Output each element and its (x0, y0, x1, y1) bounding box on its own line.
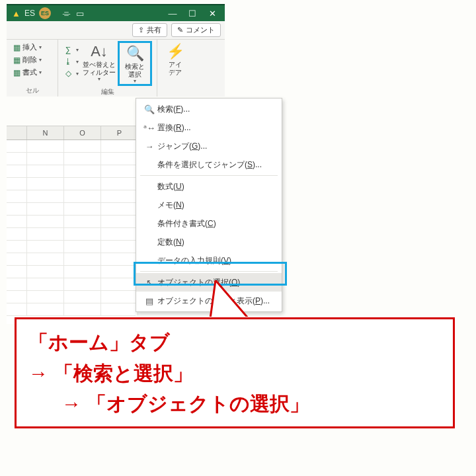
menu-goto-special[interactable]: 条件を選択してジャンプ(S)... (136, 155, 282, 174)
chevron-down-icon: ▾ (98, 76, 100, 82)
callout-line3: → 「オブジェクトの選択」 (28, 389, 441, 420)
chevron-down-icon: ▾ (76, 47, 79, 53)
format-label: 書式 (22, 67, 37, 77)
replace-icon: ᵃ↔ (141, 123, 157, 133)
find-select-menu: 🔍 検索(F)... ᵃ↔ 置換(R)... → ジャンプ(G)... 条件を選… (136, 98, 282, 312)
menu-goto-special-label: 条件を選択してジャンプ(S)... (157, 159, 262, 171)
col-corner[interactable] (7, 126, 27, 139)
chevron-down-icon: ▾ (76, 59, 79, 65)
pane-icon: ▤ (141, 296, 157, 306)
chevron-down-icon: ▾ (134, 78, 136, 84)
menu-select-objects[interactable]: ↖ オブジェクトの選択(O) (136, 273, 282, 292)
menu-condfmt-label: 条件付き書式(C) (157, 218, 216, 229)
magnifier-icon: 🔍 (141, 104, 157, 114)
ideas-label: アイ デア (169, 61, 182, 76)
ribbon-group-cells: ▦ 挿入 ▾ ▦ 削除 ▾ ▦ 書式 ▾ セル (7, 40, 58, 97)
maximize-button[interactable]: ☐ (182, 9, 202, 19)
insert-label: 挿入 (22, 42, 37, 52)
autosum-button[interactable]: ∑▾ (61, 44, 81, 56)
group-label-cells: セル (9, 85, 55, 97)
sigma-icon: ∑ (62, 45, 74, 54)
menu-conditional-formatting[interactable]: 条件付き書式(C) (136, 214, 282, 233)
sort-label: 並べ替えと フィルター (83, 61, 116, 76)
menu-selection-pane[interactable]: ▤ オブジェクトの選択と表示(P)... (136, 292, 282, 310)
menu-formulas-label: 数式(U) (157, 181, 184, 192)
bolt-icon: ⚡ (167, 42, 184, 61)
menu-constants[interactable]: 定数(N) (136, 233, 282, 251)
cursor-icon: ↖ (141, 278, 157, 288)
warning-icon: ▲ (12, 9, 20, 19)
callout-line1: 「ホーム」タブ (28, 327, 441, 358)
worksheet-grid[interactable]: N O P (7, 126, 136, 324)
col-P[interactable]: P (101, 126, 138, 139)
menu-notes[interactable]: メモ(N) (136, 196, 282, 214)
menu-separator (140, 271, 278, 272)
arrow-right-icon: → (141, 141, 157, 151)
ribbon-display-icon[interactable]: ▭ (73, 9, 87, 19)
comment-label: コメント (186, 25, 215, 35)
menu-replace[interactable]: ᵃ↔ 置換(R)... (136, 118, 282, 137)
delete-label: 削除 (22, 55, 37, 65)
comment-icon: ✎ (177, 26, 183, 34)
menu-find-label: 検索(F)... (157, 104, 190, 115)
share-label: 共有 (147, 25, 161, 35)
group-label-ideas (160, 76, 188, 86)
menu-goto-label: ジャンプ(G)... (157, 141, 207, 152)
clear-button[interactable]: ◇▾ (61, 67, 81, 79)
minimize-button[interactable]: — (163, 9, 182, 19)
chevron-down-icon: ▾ (76, 71, 79, 77)
share-button[interactable]: ⇪ 共有 (132, 23, 167, 37)
ideas-button[interactable]: ⚡ アイ デア (160, 41, 190, 76)
user-badge[interactable]: ES (39, 7, 51, 19)
col-O[interactable]: O (64, 126, 101, 139)
chevron-down-icon: ▾ (39, 69, 42, 75)
menu-goto[interactable]: → ジャンプ(G)... (136, 137, 282, 155)
fill-icon: ⭳ (62, 57, 74, 66)
group-label-editing: 編集 (61, 86, 154, 98)
menu-notes-label: メモ(N) (157, 200, 184, 211)
sort-filter-button[interactable]: A↓ 並べ替えと フィルター ▾ (81, 41, 118, 86)
ribbon-group-editing: ∑▾ ⭳▾ ◇▾ A↓ 並べ替えと フィルター ▾ 🔍 検索と 選択 ▾ 編集 (58, 40, 157, 97)
grid-rows[interactable] (7, 140, 136, 316)
menu-constants-label: 定数(N) (157, 237, 184, 248)
menu-data-validation[interactable]: データの入力規則(V)... (136, 251, 282, 270)
insert-icon: ▦ (11, 43, 22, 52)
find-select-button[interactable]: 🔍 検索と 選択 ▾ (118, 41, 152, 86)
eraser-icon: ◇ (62, 69, 74, 78)
col-N[interactable]: N (27, 126, 64, 139)
title-es: ES (24, 9, 35, 18)
annotation-callout: 「ホーム」タブ → 「検索と選択」 → 「オブジェクトの選択」 (15, 317, 455, 428)
insert-button[interactable]: ▦ 挿入 ▾ (9, 41, 55, 54)
comment-button[interactable]: ✎ コメント (171, 23, 221, 37)
menu-validation-label: データの入力規則(V)... (157, 255, 238, 266)
menu-selobj-label: オブジェクトの選択(O) (157, 277, 240, 288)
format-button[interactable]: ▦ 書式 ▾ (9, 66, 55, 79)
menu-replace-label: 置換(R)... (157, 122, 191, 134)
close-button[interactable]: ✕ (202, 9, 222, 19)
menu-selpane-label: オブジェクトの選択と表示(P)... (157, 296, 270, 307)
mic-icon[interactable]: ⌯ (60, 9, 73, 19)
title-bar: ▲ ES ES ⌯ ▭ — ☐ ✕ (7, 4, 225, 21)
chevron-down-icon: ▾ (39, 57, 42, 63)
format-icon: ▦ (11, 68, 22, 77)
ribbon-group-ideas: ⚡ アイ デア (157, 40, 190, 97)
find-label: 検索と 選択 (125, 63, 145, 78)
ribbon: ▦ 挿入 ▾ ▦ 削除 ▾ ▦ 書式 ▾ セル ∑▾ ⭳▾ ◇▾ (7, 40, 225, 97)
chevron-down-icon: ▾ (39, 44, 42, 50)
delete-icon: ▦ (11, 56, 22, 65)
callout-line2: → 「検索と選択」 (28, 358, 441, 389)
menu-separator (140, 175, 278, 176)
delete-button[interactable]: ▦ 削除 ▾ (9, 54, 55, 66)
menu-formulas[interactable]: 数式(U) (136, 177, 282, 196)
sort-icon: A↓ (91, 42, 108, 61)
column-headers[interactable]: N O P (7, 126, 136, 140)
menu-find[interactable]: 🔍 検索(F)... (136, 100, 282, 118)
share-bar: ⇪ 共有 ✎ コメント (7, 21, 225, 40)
fill-button[interactable]: ⭳▾ (61, 56, 81, 67)
magnifier-icon: 🔍 (126, 44, 144, 63)
share-icon: ⇪ (138, 26, 144, 34)
